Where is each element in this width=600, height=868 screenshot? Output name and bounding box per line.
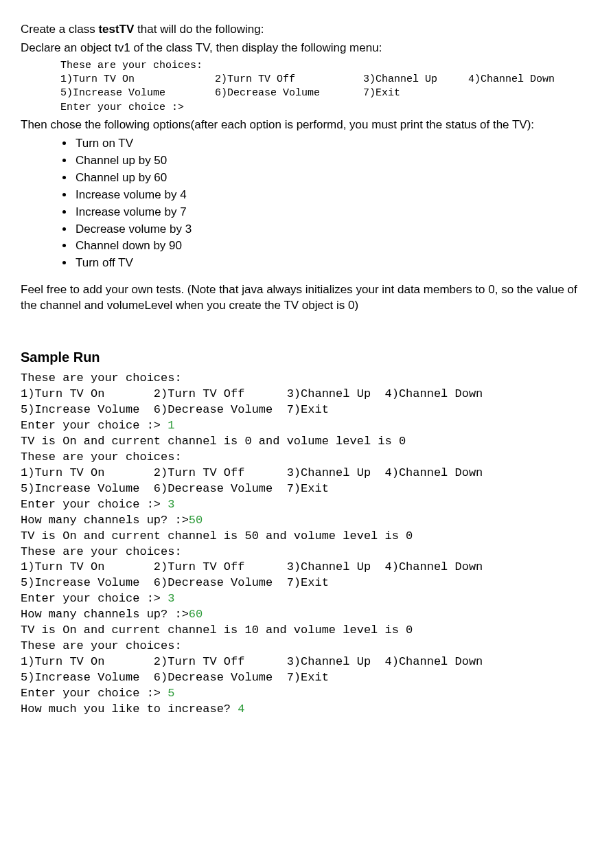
sample-user-input: 3: [168, 498, 174, 511]
sample-line: 5)Increase Volume 6)Decrease Volume 7)Ex…: [21, 670, 579, 686]
sample-output-text: 5)Increase Volume 6)Decrease Volume 7)Ex…: [21, 671, 329, 684]
intro-line: Create a class testTV that will do the f…: [21, 22, 579, 38]
list-item: Decrease volume by 3: [74, 222, 579, 238]
sample-line: Enter your choice :> 1: [21, 418, 579, 434]
sample-user-input: 1: [168, 419, 174, 432]
list-item: Channel up by 50: [74, 153, 579, 169]
sample-output-text: 1)Turn TV On 2)Turn TV Off 3)Channel Up …: [21, 560, 483, 573]
sample-line: 5)Increase Volume 6)Decrease Volume 7)Ex…: [21, 481, 579, 497]
sample-output-text: These are your choices:: [21, 450, 182, 464]
sample-line: Enter your choice :> 5: [21, 686, 579, 702]
sample-line: These are your choices:: [21, 371, 579, 387]
list-item: Increase volume by 4: [74, 187, 579, 203]
intro-post: that will do the following:: [134, 23, 264, 36]
sample-line: 1)Turn TV On 2)Turn TV Off 3)Channel Up …: [21, 654, 579, 670]
sample-line: These are your choices:: [21, 545, 579, 560]
list-item: Turn off TV: [74, 255, 579, 271]
sample-output-text: 5)Increase Volume 6)Decrease Volume 7)Ex…: [21, 482, 329, 495]
sample-output-text: Enter your choice :>: [21, 592, 168, 605]
sample-line: TV is On and current channel is 10 and v…: [21, 623, 579, 639]
sample-output-text: These are your choices:: [21, 639, 182, 652]
sample-output-text: Enter your choice :>: [21, 687, 168, 700]
sample-line: TV is On and current channel is 0 and vo…: [21, 434, 579, 450]
sample-output-text: These are your choices:: [21, 545, 182, 558]
sample-user-input: 50: [189, 514, 203, 527]
sample-output-text: These are your choices:: [21, 372, 182, 385]
sample-output-text: TV is On and current channel is 10 and v…: [21, 624, 413, 637]
sample-line: 1)Turn TV On 2)Turn TV Off 3)Channel Up …: [21, 466, 579, 481]
list-item: Channel up by 60: [74, 170, 579, 186]
menu-block: These are your choices: 1)Turn TV On 2)T…: [60, 59, 579, 115]
sample-user-input: 3: [168, 592, 174, 605]
sample-output-text: How many channels up? :>: [21, 514, 189, 527]
sample-line: These are your choices:: [21, 639, 579, 654]
sample-line: 5)Increase Volume 6)Decrease Volume 7)Ex…: [21, 402, 579, 418]
sample-output-text: TV is On and current channel is 0 and vo…: [21, 435, 406, 448]
list-item: Turn on TV: [74, 136, 579, 152]
note-paragraph: Feel free to add your own tests. (Note t…: [21, 282, 579, 314]
sample-output-text: 1)Turn TV On 2)Turn TV Off 3)Channel Up …: [21, 466, 483, 479]
then-paragraph: Then chose the following options(after e…: [21, 117, 579, 133]
sample-user-input: 60: [189, 608, 203, 621]
intro-pre: Create a class: [21, 23, 98, 36]
sample-output-text: How much you like to increase?: [21, 703, 238, 716]
sample-output-text: How many channels up? :>: [21, 608, 189, 621]
list-item: Channel down by 90: [74, 238, 579, 254]
sample-line: How much you like to increase? 4: [21, 702, 579, 718]
sample-output-text: 5)Increase Volume 6)Decrease Volume 7)Ex…: [21, 576, 329, 589]
sample-output-text: 5)Increase Volume 6)Decrease Volume 7)Ex…: [21, 403, 329, 416]
sample-line: Enter your choice :> 3: [21, 591, 579, 607]
sample-output-text: Enter your choice :>: [21, 419, 168, 432]
declare-line: Declare an object tv1 of the class TV, t…: [21, 41, 579, 56]
sample-output-text: TV is On and current channel is 50 and v…: [21, 529, 413, 542]
sample-line: 1)Turn TV On 2)Turn TV Off 3)Channel Up …: [21, 387, 579, 402]
sample-line: Enter your choice :> 3: [21, 497, 579, 513]
sample-line: 1)Turn TV On 2)Turn TV Off 3)Channel Up …: [21, 560, 579, 575]
sample-line: TV is On and current channel is 50 and v…: [21, 529, 579, 545]
sample-line: How many channels up? :>50: [21, 513, 579, 529]
sample-user-input: 4: [238, 703, 244, 716]
list-item: Increase volume by 7: [74, 205, 579, 220]
bullet-list: Turn on TV Channel up by 50 Channel up b…: [21, 136, 579, 272]
sample-output-text: 1)Turn TV On 2)Turn TV Off 3)Channel Up …: [21, 655, 483, 668]
sample-user-input: 5: [168, 687, 174, 700]
class-name: testTV: [98, 23, 134, 36]
sample-line: 5)Increase Volume 6)Decrease Volume 7)Ex…: [21, 575, 579, 591]
sample-output-text: Enter your choice :>: [21, 498, 168, 511]
sample-run-block: These are your choices:1)Turn TV On 2)Tu…: [21, 371, 579, 718]
sample-output-text: 1)Turn TV On 2)Turn TV Off 3)Channel Up …: [21, 387, 483, 400]
sample-line: How many channels up? :>60: [21, 607, 579, 623]
sample-run-heading: Sample Run: [21, 348, 579, 367]
sample-line: These are your choices:: [21, 450, 579, 466]
